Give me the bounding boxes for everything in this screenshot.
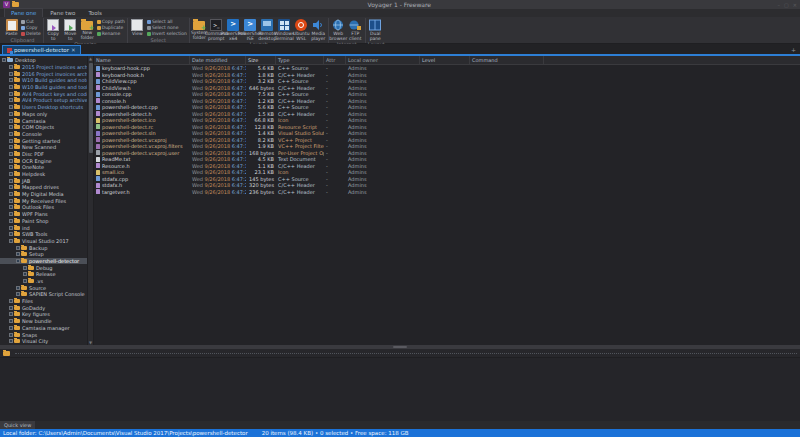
tree-item[interactable]: powershell-detector xyxy=(0,258,87,265)
tree-expand-icon[interactable] xyxy=(16,259,20,263)
quick-access-folder-icon[interactable] xyxy=(12,2,19,7)
scrollbar-thumb[interactable] xyxy=(89,63,93,153)
tree-expand-icon[interactable] xyxy=(9,232,13,236)
tree-expand-icon[interactable] xyxy=(9,192,13,196)
tree-expand-icon[interactable] xyxy=(16,252,20,256)
tree-item[interactable]: Mapped drives xyxy=(0,184,87,191)
scroll-up-icon[interactable]: ▲ xyxy=(89,56,92,61)
column-header[interactable]: Name xyxy=(94,56,190,64)
ribbon-tab-pane-one[interactable]: Pane one xyxy=(4,8,43,17)
tree-item[interactable]: Getting started xyxy=(0,137,87,144)
tree-item[interactable]: Setup xyxy=(0,251,87,258)
copy-to-button[interactable]: Copy to xyxy=(46,19,61,41)
ribbon-tab-tools[interactable]: Tools xyxy=(82,9,108,17)
tree-expand-icon[interactable] xyxy=(9,219,13,223)
tree-expand-icon[interactable] xyxy=(2,58,6,62)
tree-item[interactable]: Camtasia xyxy=(0,117,87,124)
tree-item[interactable]: Source xyxy=(0,284,87,291)
splitter-grip-icon[interactable] xyxy=(393,346,407,348)
tree-item[interactable]: Paint Shop xyxy=(0,218,87,225)
tree-item[interactable]: AV4 Product setup archive xyxy=(0,97,87,104)
tree-expand-icon[interactable] xyxy=(16,246,20,250)
ftp-client-button[interactable]: FTP client xyxy=(348,19,363,41)
dual-pane-button[interactable]: Dual pane xyxy=(368,19,383,41)
tree-item[interactable]: 2015 Project invoices archive xyxy=(0,64,87,71)
tree-expand-icon[interactable] xyxy=(9,119,13,123)
tree-expand-icon[interactable] xyxy=(23,266,27,270)
tree-item[interactable]: Files xyxy=(0,298,87,305)
copy-button[interactable]: Copy xyxy=(21,25,41,30)
tree-item[interactable]: Debug xyxy=(0,264,87,271)
tree-item[interactable]: Outlook Files xyxy=(0,204,87,211)
tree-item[interactable]: Key figures xyxy=(0,311,87,318)
tree-item[interactable]: My Digital Media xyxy=(0,191,87,198)
tree-item[interactable]: OCR Engine xyxy=(0,157,87,164)
copy-path-button[interactable]: Copy path xyxy=(97,19,125,24)
close-button[interactable]: ✕ xyxy=(793,2,797,8)
tree-expand-icon[interactable] xyxy=(9,319,13,323)
column-header[interactable]: Local owner xyxy=(346,56,420,64)
column-header[interactable]: Size xyxy=(246,56,276,64)
tree-item[interactable]: Helpdesk xyxy=(0,171,87,178)
tree-item[interactable]: Visual City xyxy=(0,338,87,345)
tree-expand-icon[interactable] xyxy=(9,306,13,310)
tree-item[interactable]: Backup xyxy=(0,244,87,251)
tree-item[interactable]: W10 Build guides and tools xyxy=(0,84,87,91)
tree-expand-icon[interactable] xyxy=(9,185,13,189)
tree-item[interactable]: 2016 Project invoices archive xyxy=(0,70,87,77)
tree-expand-icon[interactable] xyxy=(9,132,13,136)
tree-expand-icon[interactable] xyxy=(9,152,13,156)
web-browser-button[interactable]: Web browser xyxy=(331,19,346,41)
tree-expand-icon[interactable] xyxy=(9,105,13,109)
tree-item[interactable]: Users Desktop shortcuts xyxy=(0,104,87,111)
column-header[interactable]: Level xyxy=(420,56,470,64)
tree-item[interactable]: Release xyxy=(0,271,87,278)
tree-item[interactable]: GoDaddy xyxy=(0,304,87,311)
tree-item[interactable]: Visual Studio 2017 xyxy=(0,238,87,245)
tree-expand-icon[interactable] xyxy=(9,92,13,96)
tree-item[interactable]: JAB xyxy=(0,177,87,184)
tree-expand-icon[interactable] xyxy=(9,159,13,163)
view-button[interactable]: View xyxy=(130,19,145,37)
delete-button[interactable]: Delete xyxy=(21,31,41,36)
tree-expand-icon[interactable] xyxy=(9,65,13,69)
tree-item[interactable]: WPF Plans xyxy=(0,211,87,218)
tree-expand-icon[interactable] xyxy=(23,279,27,283)
tree-item[interactable]: New Scanned xyxy=(0,144,87,151)
select-all-button[interactable]: Select all xyxy=(147,19,187,24)
tree-expand-icon[interactable] xyxy=(9,139,13,143)
tree-expand-icon[interactable] xyxy=(9,326,13,330)
tree-item[interactable]: New bundle xyxy=(0,318,87,325)
tree-expand-icon[interactable] xyxy=(9,299,13,303)
column-header[interactable]: Command xyxy=(470,56,544,64)
tree-expand-icon[interactable] xyxy=(9,125,13,129)
tree-item[interactable]: AV4 Product keys and codes xyxy=(0,90,87,97)
media-player-button[interactable]: Media player xyxy=(311,19,326,41)
new-tab-button[interactable]: + xyxy=(791,46,796,53)
move-to-button[interactable]: Move to xyxy=(63,19,78,41)
file-row[interactable]: targetver.h Wed 9/26/2018 6:47:21 PM 236… xyxy=(94,189,800,196)
tree-item[interactable]: SAPIEN Script Console xyxy=(0,291,87,298)
folder-tab-active[interactable]: powershell-detector ✕ xyxy=(2,45,81,54)
close-tab-icon[interactable]: ✕ xyxy=(71,47,76,53)
tree-item[interactable]: Camtasia manager xyxy=(0,325,87,332)
column-header[interactable]: Attr xyxy=(324,56,346,64)
tree-item[interactable]: W10 Build guides and notes xyxy=(0,77,87,84)
powershell-ise-button[interactable]: > PowerShell ISE xyxy=(243,19,258,41)
tree-item[interactable]: Maps only xyxy=(0,111,87,118)
tree-expand-icon[interactable] xyxy=(9,333,13,337)
pane-two-file-area[interactable] xyxy=(0,358,800,421)
ribbon-tab-pane-two[interactable]: Pane two xyxy=(44,9,81,17)
tree-expand-icon[interactable] xyxy=(9,205,13,209)
pane-two-address-bar[interactable] xyxy=(0,349,800,358)
quick-view-tab[interactable]: Quick view xyxy=(0,421,35,429)
tree-expand-icon[interactable] xyxy=(9,179,13,183)
select-none-button[interactable]: Select none xyxy=(147,25,187,30)
tree-expand-icon[interactable] xyxy=(9,78,13,82)
tree-item[interactable]: Desktop xyxy=(0,57,87,64)
tree-expand-icon[interactable] xyxy=(9,312,13,316)
tree-expand-icon[interactable] xyxy=(9,212,13,216)
tree-item[interactable]: ind xyxy=(0,224,87,231)
tree-expand-icon[interactable] xyxy=(9,339,13,343)
tree-item[interactable]: My Received Files xyxy=(0,197,87,204)
